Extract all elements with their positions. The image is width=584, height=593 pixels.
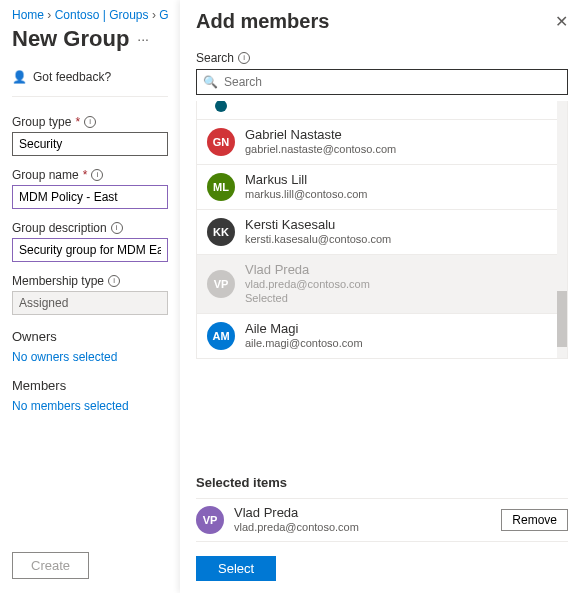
avatar: KK — [207, 218, 235, 246]
person-name: Vlad Preda — [234, 505, 359, 521]
selected-items-list: VP Vlad Preda vlad.preda@contoso.com Rem… — [196, 498, 568, 542]
add-members-panel: Add members ✕ Search i 🔍 GN Gabriel Nast… — [180, 0, 584, 593]
members-link[interactable]: No members selected — [12, 399, 168, 413]
info-icon[interactable]: i — [84, 116, 96, 128]
selected-row: VP Vlad Preda vlad.preda@contoso.com Rem… — [196, 498, 568, 542]
selected-tag: Selected — [245, 292, 370, 306]
group-type-label: Group type — [12, 115, 71, 129]
members-label: Members — [12, 378, 168, 393]
result-row[interactable] — [197, 101, 567, 119]
person-email: markus.lill@contoso.com — [245, 188, 367, 202]
avatar: VP — [207, 270, 235, 298]
more-menu-button[interactable]: ··· — [137, 31, 149, 47]
feedback-link[interactable]: 👤 Got feedback? — [12, 70, 168, 97]
scrollbar-thumb[interactable] — [557, 291, 567, 347]
create-button[interactable]: Create — [12, 552, 89, 579]
membership-type-label: Membership type — [12, 274, 104, 288]
panel-title: Add members — [196, 10, 329, 33]
close-icon[interactable]: ✕ — [555, 12, 568, 31]
result-row[interactable]: ML Markus Lill markus.lill@contoso.com — [197, 164, 567, 209]
person-name: Vlad Preda — [245, 262, 370, 278]
person-email: gabriel.nastaste@contoso.com — [245, 143, 396, 157]
page-title: New Group — [12, 26, 129, 52]
info-icon[interactable]: i — [111, 222, 123, 234]
info-icon[interactable]: i — [91, 169, 103, 181]
feedback-icon: 👤 — [12, 70, 27, 84]
avatar: VP — [196, 506, 224, 534]
group-type-field[interactable] — [12, 132, 168, 156]
owners-label: Owners — [12, 329, 168, 344]
breadcrumb-home[interactable]: Home — [12, 8, 44, 22]
person-name: Aile Magi — [245, 321, 363, 337]
owners-link[interactable]: No owners selected — [12, 350, 168, 364]
breadcrumb-groups[interactable]: Contoso | Groups — [55, 8, 149, 22]
left-panel: Home › Contoso | Groups › G New Group ··… — [0, 0, 180, 593]
group-name-label: Group name — [12, 168, 79, 182]
search-box[interactable]: 🔍 — [196, 69, 568, 95]
person-email: vlad.preda@contoso.com — [245, 278, 370, 292]
breadcrumb-last[interactable]: G — [159, 8, 168, 22]
result-row[interactable]: AM Aile Magi aile.magi@contoso.com — [197, 313, 567, 358]
person-name: Gabriel Nastaste — [245, 127, 396, 143]
search-icon: 🔍 — [203, 75, 218, 89]
avatar: ML — [207, 173, 235, 201]
selected-items-title: Selected items — [196, 475, 568, 490]
person-name: Markus Lill — [245, 172, 367, 188]
membership-type-field[interactable] — [12, 291, 168, 315]
info-icon[interactable]: i — [238, 52, 250, 64]
avatar: GN — [207, 128, 235, 156]
avatar: AM — [207, 322, 235, 350]
select-button[interactable]: Select — [196, 556, 276, 581]
person-name: Kersti Kasesalu — [245, 217, 391, 233]
scrollbar-track[interactable] — [557, 101, 567, 358]
results-list: GN Gabriel Nastaste gabriel.nastaste@con… — [196, 101, 568, 359]
person-email: aile.magi@contoso.com — [245, 337, 363, 351]
person-email: kersti.kasesalu@contoso.com — [245, 233, 391, 247]
search-input[interactable] — [224, 75, 561, 89]
info-icon[interactable]: i — [108, 275, 120, 287]
group-name-field[interactable] — [12, 185, 168, 209]
group-desc-label: Group description — [12, 221, 107, 235]
search-label: Search — [196, 51, 234, 65]
group-desc-field[interactable] — [12, 238, 168, 262]
feedback-label: Got feedback? — [33, 70, 111, 84]
result-row[interactable]: VP Vlad Preda vlad.preda@contoso.comSele… — [197, 254, 567, 313]
avatar — [215, 101, 227, 112]
result-row[interactable]: GN Gabriel Nastaste gabriel.nastaste@con… — [197, 119, 567, 164]
remove-button[interactable]: Remove — [501, 509, 568, 531]
person-email: vlad.preda@contoso.com — [234, 521, 359, 535]
result-row[interactable]: KK Kersti Kasesalu kersti.kasesalu@conto… — [197, 209, 567, 254]
breadcrumb: Home › Contoso | Groups › G — [12, 8, 168, 22]
